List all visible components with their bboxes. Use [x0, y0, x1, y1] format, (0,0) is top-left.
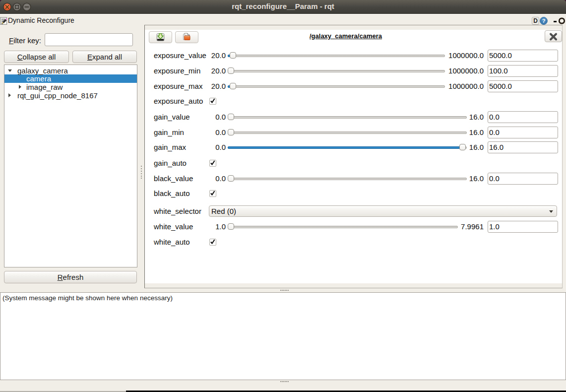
- svg-text:?: ?: [542, 18, 546, 24]
